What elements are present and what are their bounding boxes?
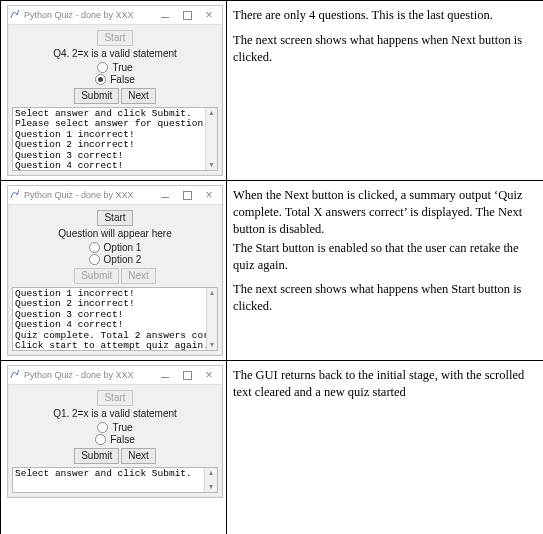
description-cell-1: There are only 4 questions. This is the … [227,1,544,181]
start-button[interactable]: Start [97,210,132,226]
screenshot-cell-2: Python Quiz - done by XXX × Start Questi… [1,181,227,361]
quiz-window-1: Python Quiz - done by XXX × Start Q4. 2=… [7,5,223,176]
start-button[interactable]: Start [97,30,132,46]
chevron-up-icon[interactable]: ▲ [208,108,215,118]
radio-icon[interactable] [89,242,100,253]
next-button[interactable]: Next [121,448,156,464]
chevron-up-icon[interactable]: ▲ [208,288,215,298]
next-button[interactable]: Next [121,88,156,104]
desc-text: The next screen shows what happens when … [233,32,537,66]
question-label: Q4. 2=x is a valid statement [12,48,218,59]
question-label: Q1. 2=x is a valid statement [12,408,218,419]
screenshot-cell-3: Python Quiz - done by XXX × Start Q1. 2=… [1,361,227,535]
radio-icon[interactable] [89,254,100,265]
option2-label: Option 2 [104,254,142,265]
scrolled-text-content[interactable]: Question 1 incorrect! Question 2 incorre… [13,288,206,350]
python-feather-icon [10,189,20,201]
close-icon[interactable]: × [198,7,220,23]
option2-row[interactable]: False [12,74,218,85]
document-table: Python Quiz - done by XXX × Start Q4. 2=… [0,0,543,534]
window-title: Python Quiz - done by XXX [24,370,154,380]
python-feather-icon [10,9,20,21]
option1-label: True [112,422,132,433]
option1-label: True [112,62,132,73]
submit-button[interactable]: Submit [74,448,119,464]
description-cell-2: When the Next button is clicked, a summa… [227,181,544,361]
option1-row[interactable]: Option 1 [12,242,218,253]
chevron-down-icon[interactable]: ▼ [208,340,215,350]
close-icon[interactable]: × [198,187,220,203]
submit-button[interactable]: Submit [74,268,119,284]
chevron-up-icon[interactable]: ▲ [208,468,215,478]
titlebar: Python Quiz - done by XXX × [8,6,222,25]
maximize-icon[interactable] [176,187,198,203]
scrollbar[interactable]: ▲ ▼ [204,468,217,492]
option2-row[interactable]: Option 2 [12,254,218,265]
chevron-down-icon[interactable]: ▼ [208,160,215,170]
screenshot-cell-1: Python Quiz - done by XXX × Start Q4. 2=… [1,1,227,181]
radio-icon[interactable] [95,434,106,445]
description-cell-3: The GUI returns back to the initial stag… [227,361,544,535]
scrolled-text-widget: Select answer and click Submit. Please s… [12,107,218,171]
maximize-icon[interactable] [176,7,198,23]
desc-text: The GUI returns back to the initial stag… [233,367,537,401]
quiz-window-3: Python Quiz - done by XXX × Start Q1. 2=… [7,365,223,498]
scrolled-text-content[interactable]: Select answer and click Submit. Please s… [13,108,205,170]
close-icon[interactable]: × [198,367,220,383]
option1-row[interactable]: True [12,422,218,433]
quiz-window-2: Python Quiz - done by XXX × Start Questi… [7,185,223,356]
python-feather-icon [10,369,20,381]
client-area: Start Q4. 2=x is a valid statement True … [8,25,222,175]
scrollbar[interactable]: ▲ ▼ [206,288,217,350]
option2-label: False [110,74,134,85]
radio-icon[interactable] [97,422,108,433]
option2-row[interactable]: False [12,434,218,445]
scrollbar[interactable]: ▲ ▼ [205,108,217,170]
titlebar: Python Quiz - done by XXX × [8,366,222,385]
minimize-icon[interactable] [154,367,176,383]
radio-icon[interactable] [95,74,106,85]
desc-text: When the Next button is clicked, a summa… [233,187,537,238]
window-title: Python Quiz - done by XXX [24,10,154,20]
radio-icon[interactable] [97,62,108,73]
titlebar: Python Quiz - done by XXX × [8,186,222,205]
option2-label: False [110,434,134,445]
desc-text: The Start button is enabled so that the … [233,240,537,274]
start-button[interactable]: Start [97,390,132,406]
chevron-down-icon[interactable]: ▼ [208,482,215,492]
submit-button[interactable]: Submit [74,88,119,104]
scrolled-text-widget: Question 1 incorrect! Question 2 incorre… [12,287,218,351]
client-area: Start Question will appear here Option 1… [8,205,222,355]
scrolled-text-content[interactable]: Select answer and click Submit. [13,468,204,492]
scrolled-text-widget: Select answer and click Submit. ▲ ▼ [12,467,218,493]
option1-label: Option 1 [104,242,142,253]
question-label: Question will appear here [12,228,218,239]
minimize-icon[interactable] [154,187,176,203]
option1-row[interactable]: True [12,62,218,73]
minimize-icon[interactable] [154,7,176,23]
maximize-icon[interactable] [176,367,198,383]
desc-text: The next screen shows what happens when … [233,281,537,315]
window-title: Python Quiz - done by XXX [24,190,154,200]
next-button[interactable]: Next [121,268,156,284]
desc-text: There are only 4 questions. This is the … [233,7,537,24]
client-area: Start Q1. 2=x is a valid statement True … [8,385,222,497]
